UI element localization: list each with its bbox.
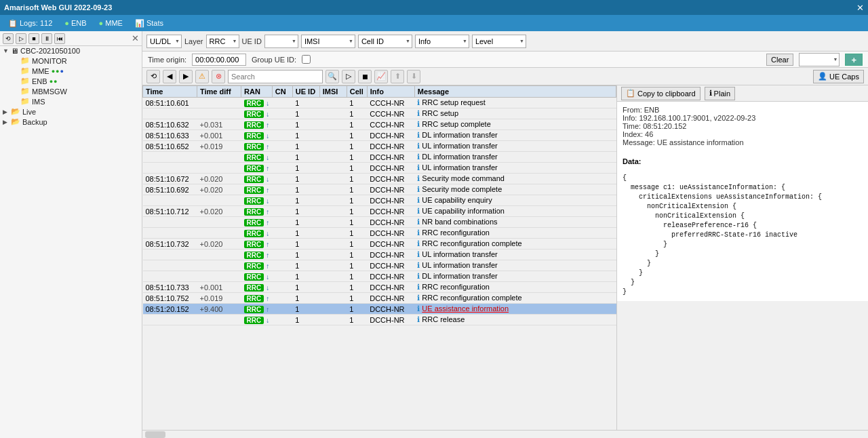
detail-panel: 📋 Copy to clipboard ℹ Plain From: ENB In…: [617, 85, 868, 430]
export-button[interactable]: ⬆: [391, 70, 404, 83]
info-select[interactable]: Info: [415, 35, 469, 48]
sidebar-btn-2[interactable]: ▷: [16, 33, 26, 44]
table-row[interactable]: RRC ↑ 1 1 DCCH-NR ℹ UL information trans…: [143, 260, 616, 271]
sidebar-item-live[interactable]: ▶ 📂 Live: [0, 106, 142, 117]
copy-clipboard-button[interactable]: 📋 Copy to clipboard: [621, 87, 701, 100]
rrc-badge: RRC: [244, 317, 264, 324]
table-row[interactable]: 08:51:10.601 RRC ↓ 1 1 CCCH-NR ℹ RRC set…: [143, 98, 616, 108]
sidebar-btn-1[interactable]: ⟲: [3, 33, 14, 44]
menu-stats[interactable]: 📊 Stats: [130, 18, 169, 29]
error-button[interactable]: ⊗: [212, 70, 225, 83]
cell-info: DCCH-NR: [367, 250, 414, 260]
sidebar-btn-4[interactable]: ⏸: [41, 33, 52, 44]
sidebar-item-backup[interactable]: ▶ 📂 Backup: [0, 117, 142, 127]
cell-cn: [272, 315, 292, 325]
log-table: Time Time diff RAN CN UE ID IMSI Cell In…: [142, 85, 616, 325]
warn-button[interactable]: ⚠: [195, 70, 209, 83]
add-button[interactable]: +: [845, 54, 863, 66]
play-button[interactable]: ▷: [342, 70, 355, 83]
info-icon: ℹ: [417, 174, 420, 182]
cell-imsi: [319, 98, 347, 108]
menu-logs[interactable]: 📋 Logs: 112: [3, 18, 58, 29]
table-row[interactable]: 08:51:10.633 +0.001 RRC ↓ 1 1 DCCH-NR ℹ …: [143, 130, 616, 141]
cell-imsi: [319, 141, 347, 152]
cellid-select[interactable]: Cell ID: [358, 35, 412, 48]
table-row[interactable]: 08:51:10.672 +0.020 RRC ↓ 1 1 DCCH-NR ℹ …: [143, 174, 616, 184]
prev-button[interactable]: ◀: [163, 70, 176, 83]
table-row[interactable]: 08:51:10.652 +0.019 RRC ↑ 1 1 DCCH-NR ℹ …: [143, 141, 616, 152]
level-select[interactable]: Level: [472, 35, 526, 48]
cell-ueid: 1: [292, 152, 319, 163]
table-row[interactable]: 08:51:10.692 +0.020 RRC ↑ 1 1 DCCH-NR ℹ …: [143, 184, 616, 195]
cell-info: CCCH-NR: [367, 98, 414, 108]
rrc-badge: RRC: [244, 219, 264, 226]
direction-arrow-icon: ↓: [266, 273, 269, 281]
cell-ran: RRC ↑: [241, 141, 273, 152]
sidebar-close-icon[interactable]: ✕: [132, 33, 139, 43]
cell-ran: RRC ↑: [241, 217, 273, 228]
cell-cn: [272, 130, 292, 141]
menu-mme[interactable]: ● MME: [94, 18, 128, 28]
table-row[interactable]: RRC ↑ 1 1 DCCH-NR ℹ NR band combinations: [143, 217, 616, 228]
table-row[interactable]: 08:51:20.152 +9.400 RRC ↑ 1 1 DCCH-NR ℹ …: [143, 304, 616, 315]
clear-select[interactable]: [799, 53, 840, 66]
cell-timediff: [197, 217, 241, 228]
plain-button[interactable]: ℹ Plain: [705, 87, 735, 100]
cell-timediff: [197, 250, 241, 260]
stop-button[interactable]: ⏹: [358, 70, 372, 83]
analytics-button[interactable]: 📈: [374, 70, 388, 83]
sidebar-item-mme[interactable]: 📁 MME ● ● ●: [0, 66, 142, 76]
table-row[interactable]: RRC ↑ 1 1 DCCH-NR ℹ UL information trans…: [143, 250, 616, 260]
menu-enb[interactable]: ● ENB: [59, 18, 92, 28]
cell-cell: 1: [347, 141, 367, 152]
table-row[interactable]: RRC ↑ 1 1 DCCH-NR ℹ UL information trans…: [143, 163, 616, 174]
sidebar-item-cbc[interactable]: ▼ 🖥 CBC-2021050100: [0, 46, 142, 56]
refresh-button[interactable]: ⟲: [146, 70, 160, 83]
ue-caps-button[interactable]: 👤 UE Caps: [813, 70, 864, 83]
message-text: RRC setup request: [422, 98, 486, 106]
group-ueid-checkbox[interactable]: [302, 55, 311, 64]
direction-arrow-icon: ↓: [266, 132, 269, 140]
bottom-scrollbar[interactable]: [142, 430, 868, 438]
sidebar-item-mbmsgw[interactable]: 📁 MBMSGW: [0, 86, 142, 96]
sidebar-btn-5[interactable]: ⏮: [54, 33, 65, 44]
import-button[interactable]: ⬇: [407, 70, 420, 83]
ue-caps-icon: 👤: [818, 72, 827, 81]
table-row[interactable]: 08:51:10.712 +0.020 RRC ↑ 1 1 DCCH-NR ℹ …: [143, 206, 616, 217]
ueid-select[interactable]: 12: [264, 35, 298, 48]
search-button[interactable]: 🔍: [326, 70, 339, 83]
imsi-select[interactable]: IMSI: [301, 35, 355, 48]
sidebar-btn-3[interactable]: ■: [28, 33, 39, 44]
table-row[interactable]: 08:51:10.752 +0.019 RRC ↑ 1 1 DCCH-NR ℹ …: [143, 293, 616, 304]
sidebar-item-ims[interactable]: 📁 IMS: [0, 96, 142, 106]
direction-arrow-icon: ↑: [266, 262, 269, 270]
time-origin-input[interactable]: 00:00:00.000: [192, 54, 246, 66]
table-row[interactable]: RRC ↓ 1 1 CCCH-NR ℹ RRC setup: [143, 108, 616, 119]
table-row[interactable]: RRC ↓ 1 1 DCCH-NR ℹ DL information trans…: [143, 152, 616, 163]
table-row[interactable]: 08:51:10.733 +0.001 RRC ↓ 1 1 DCCH-NR ℹ …: [143, 282, 616, 293]
cell-ran: RRC ↓: [241, 174, 273, 184]
cellid-select-wrapper: Cell ID: [358, 35, 412, 48]
cell-time: [143, 152, 197, 163]
layer-select[interactable]: RRCNASS1AP: [206, 35, 239, 48]
table-row[interactable]: 08:51:10.732 +0.020 RRC ↑ 1 1 DCCH-NR ℹ …: [143, 239, 616, 250]
next-button[interactable]: ▶: [179, 70, 193, 83]
sidebar-item-monitor[interactable]: 📁 MONITOR: [0, 56, 142, 66]
content-area: UL/DLULDL Layer RRCNASS1AP UE ID 12 IMSI: [142, 31, 868, 438]
table-row[interactable]: RRC ↓ 1 1 DCCH-NR ℹ UE capability enquir…: [143, 195, 616, 206]
ueid-label: UE ID: [242, 37, 262, 45]
cell-msg: ℹ RRC reconfiguration: [414, 282, 616, 293]
sidebar-item-enb[interactable]: 📁 ENB ● ●: [0, 76, 142, 86]
uldl-select[interactable]: UL/DLULDL: [146, 35, 182, 48]
rrc-badge: RRC: [244, 176, 264, 183]
close-icon[interactable]: ✕: [856, 3, 864, 13]
table-row[interactable]: RRC ↓ 1 1 DCCH-NR ℹ RRC release: [143, 315, 616, 325]
log-pane[interactable]: Time Time diff RAN CN UE ID IMSI Cell In…: [142, 85, 617, 430]
cell-info: DCCH-NR: [367, 282, 414, 293]
clear-button[interactable]: Clear: [766, 54, 793, 66]
search-input[interactable]: [228, 70, 323, 83]
direction-arrow-icon: ↑: [266, 121, 269, 129]
table-row[interactable]: RRC ↓ 1 1 DCCH-NR ℹ DL information trans…: [143, 271, 616, 282]
table-row[interactable]: RRC ↓ 1 1 DCCH-NR ℹ RRC reconfiguration: [143, 228, 616, 239]
table-row[interactable]: 08:51:10.632 +0.031 RRC ↑ 1 1 CCCH-NR ℹ …: [143, 119, 616, 130]
